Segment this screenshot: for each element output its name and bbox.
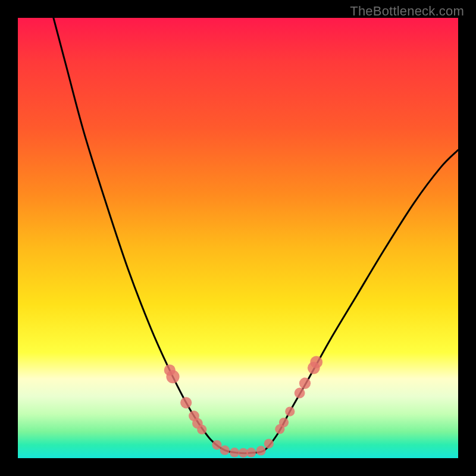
- data-marker: [310, 356, 322, 368]
- data-marker: [256, 446, 265, 455]
- data-marker: [295, 388, 305, 399]
- data-marker: [239, 448, 248, 458]
- data-marker: [166, 370, 179, 383]
- data-marker: [212, 440, 221, 450]
- markers-group: [164, 356, 322, 458]
- data-marker: [308, 362, 320, 374]
- data-marker: [230, 447, 239, 457]
- data-marker: [192, 418, 203, 429]
- bottleneck-curve: [54, 18, 458, 453]
- data-marker: [279, 418, 289, 427]
- data-marker: [275, 424, 284, 434]
- chart-frame: TheBottleneck.com: [0, 0, 476, 476]
- chart-svg: [18, 18, 458, 458]
- watermark-text: TheBottleneck.com: [350, 4, 464, 19]
- data-marker: [197, 425, 206, 434]
- data-marker: [180, 397, 192, 408]
- plot-area: [18, 18, 458, 458]
- data-marker: [246, 447, 256, 457]
- data-marker: [285, 407, 295, 416]
- data-marker: [264, 439, 274, 449]
- data-marker: [299, 378, 311, 389]
- data-marker: [164, 364, 176, 375]
- data-marker: [220, 446, 230, 455]
- data-marker: [189, 411, 199, 421]
